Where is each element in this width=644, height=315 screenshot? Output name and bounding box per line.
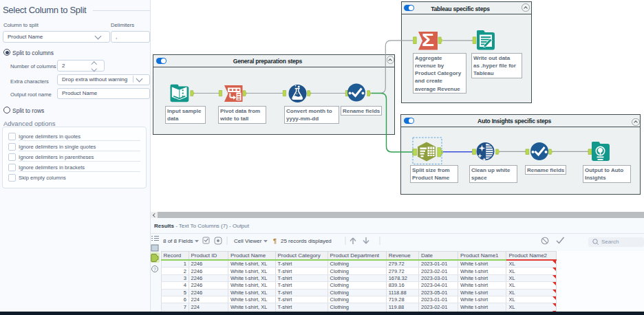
svg-text:?: ? — [153, 267, 156, 272]
svg-text:¶: ¶ — [273, 237, 277, 244]
